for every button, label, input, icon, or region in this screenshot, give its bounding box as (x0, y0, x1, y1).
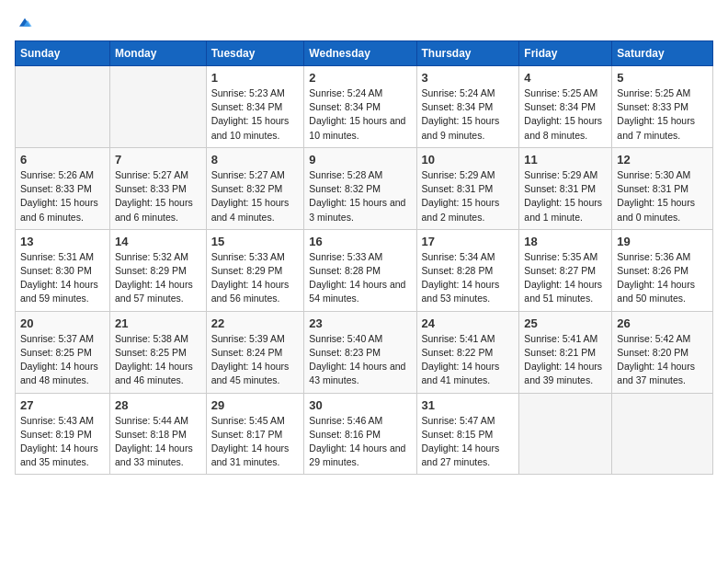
day-info: Sunrise: 5:29 AM Sunset: 8:31 PM Dayligh… (422, 168, 515, 224)
day-info: Sunrise: 5:32 AM Sunset: 8:29 PM Dayligh… (115, 250, 201, 306)
day-info: Sunrise: 5:26 AM Sunset: 8:33 PM Dayligh… (20, 168, 105, 224)
day-number: 13 (20, 235, 105, 248)
day-number: 7 (115, 153, 201, 167)
day-number: 8 (211, 153, 300, 167)
day-number: 24 (422, 316, 515, 330)
page-header (15, 15, 713, 31)
calendar-cell: 16Sunrise: 5:33 AM Sunset: 8:28 PM Dayli… (304, 229, 416, 311)
calendar-cell: 12Sunrise: 5:30 AM Sunset: 8:31 PM Dayli… (612, 147, 713, 229)
calendar-cell (612, 393, 713, 475)
calendar-cell: 9Sunrise: 5:28 AM Sunset: 8:32 PM Daylig… (304, 147, 416, 229)
day-number: 26 (617, 316, 708, 330)
day-info: Sunrise: 5:37 AM Sunset: 8:25 PM Dayligh… (20, 332, 105, 388)
day-info: Sunrise: 5:42 AM Sunset: 8:20 PM Dayligh… (617, 332, 708, 388)
calendar-cell (110, 66, 207, 148)
calendar-cell (16, 66, 110, 148)
day-number: 12 (617, 153, 708, 167)
calendar-cell: 31Sunrise: 5:47 AM Sunset: 8:15 PM Dayli… (416, 393, 519, 475)
day-info: Sunrise: 5:44 AM Sunset: 8:18 PM Dayligh… (115, 414, 201, 470)
calendar-cell: 18Sunrise: 5:35 AM Sunset: 8:27 PM Dayli… (519, 229, 612, 311)
day-info: Sunrise: 5:27 AM Sunset: 8:33 PM Dayligh… (115, 168, 201, 224)
day-number: 22 (211, 316, 300, 330)
week-row-3: 13Sunrise: 5:31 AM Sunset: 8:30 PM Dayli… (16, 229, 713, 311)
calendar-cell: 4Sunrise: 5:25 AM Sunset: 8:34 PM Daylig… (519, 66, 612, 148)
calendar-cell: 24Sunrise: 5:41 AM Sunset: 8:22 PM Dayli… (416, 311, 519, 393)
day-info: Sunrise: 5:38 AM Sunset: 8:25 PM Dayligh… (115, 332, 201, 388)
day-number: 2 (309, 71, 411, 85)
day-header-monday: Monday (110, 41, 207, 66)
calendar-cell: 11Sunrise: 5:29 AM Sunset: 8:31 PM Dayli… (519, 147, 612, 229)
day-info: Sunrise: 5:40 AM Sunset: 8:23 PM Dayligh… (309, 332, 411, 388)
day-number: 18 (524, 235, 607, 248)
day-info: Sunrise: 5:29 AM Sunset: 8:31 PM Dayligh… (524, 168, 607, 224)
day-info: Sunrise: 5:27 AM Sunset: 8:32 PM Dayligh… (211, 168, 300, 224)
day-info: Sunrise: 5:25 AM Sunset: 8:33 PM Dayligh… (617, 86, 708, 143)
calendar-cell: 20Sunrise: 5:37 AM Sunset: 8:25 PM Dayli… (16, 311, 110, 393)
calendar-cell: 2Sunrise: 5:24 AM Sunset: 8:34 PM Daylig… (304, 66, 416, 148)
calendar-cell: 26Sunrise: 5:42 AM Sunset: 8:20 PM Dayli… (612, 311, 713, 393)
day-number: 30 (309, 398, 411, 412)
day-header-wednesday: Wednesday (304, 41, 416, 66)
day-number: 1 (211, 71, 300, 85)
day-number: 19 (617, 235, 708, 248)
day-header-friday: Friday (519, 41, 612, 66)
day-info: Sunrise: 5:47 AM Sunset: 8:15 PM Dayligh… (422, 414, 515, 470)
calendar-cell: 3Sunrise: 5:24 AM Sunset: 8:34 PM Daylig… (416, 66, 519, 148)
calendar-cell: 28Sunrise: 5:44 AM Sunset: 8:18 PM Dayli… (110, 393, 207, 475)
day-header-saturday: Saturday (612, 41, 713, 66)
day-number: 14 (115, 235, 201, 248)
calendar-cell: 14Sunrise: 5:32 AM Sunset: 8:29 PM Dayli… (110, 229, 207, 311)
calendar-cell: 10Sunrise: 5:29 AM Sunset: 8:31 PM Dayli… (416, 147, 519, 229)
day-info: Sunrise: 5:28 AM Sunset: 8:32 PM Dayligh… (309, 168, 411, 224)
day-number: 11 (524, 153, 607, 167)
day-info: Sunrise: 5:24 AM Sunset: 8:34 PM Dayligh… (309, 86, 411, 143)
day-number: 5 (617, 71, 708, 85)
calendar-cell: 22Sunrise: 5:39 AM Sunset: 8:24 PM Dayli… (206, 311, 304, 393)
day-number: 28 (115, 398, 201, 412)
day-number: 29 (211, 398, 300, 412)
day-header-sunday: Sunday (16, 41, 110, 66)
calendar-cell: 17Sunrise: 5:34 AM Sunset: 8:28 PM Dayli… (416, 229, 519, 311)
day-number: 15 (211, 235, 300, 248)
day-number: 10 (422, 153, 515, 167)
day-info: Sunrise: 5:24 AM Sunset: 8:34 PM Dayligh… (422, 86, 515, 143)
day-number: 3 (422, 71, 515, 85)
day-number: 4 (524, 71, 607, 85)
week-row-2: 6Sunrise: 5:26 AM Sunset: 8:33 PM Daylig… (16, 147, 713, 229)
calendar-body: 1Sunrise: 5:23 AM Sunset: 8:34 PM Daylig… (16, 66, 713, 475)
day-info: Sunrise: 5:33 AM Sunset: 8:28 PM Dayligh… (309, 250, 411, 306)
day-info: Sunrise: 5:30 AM Sunset: 8:31 PM Dayligh… (617, 168, 708, 224)
header-row: SundayMondayTuesdayWednesdayThursdayFrid… (16, 41, 713, 66)
day-info: Sunrise: 5:39 AM Sunset: 8:24 PM Dayligh… (211, 332, 300, 388)
calendar-cell: 21Sunrise: 5:38 AM Sunset: 8:25 PM Dayli… (110, 311, 207, 393)
calendar-cell: 7Sunrise: 5:27 AM Sunset: 8:33 PM Daylig… (110, 147, 207, 229)
day-number: 9 (309, 153, 411, 167)
day-header-thursday: Thursday (416, 41, 519, 66)
day-number: 23 (309, 316, 411, 330)
day-header-tuesday: Tuesday (206, 41, 304, 66)
calendar-cell: 30Sunrise: 5:46 AM Sunset: 8:16 PM Dayli… (304, 393, 416, 475)
logo-icon (17, 15, 33, 31)
calendar-cell: 19Sunrise: 5:36 AM Sunset: 8:26 PM Dayli… (612, 229, 713, 311)
calendar-cell: 25Sunrise: 5:41 AM Sunset: 8:21 PM Dayli… (519, 311, 612, 393)
week-row-1: 1Sunrise: 5:23 AM Sunset: 8:34 PM Daylig… (16, 66, 713, 148)
day-number: 16 (309, 235, 411, 248)
day-info: Sunrise: 5:36 AM Sunset: 8:26 PM Dayligh… (617, 250, 708, 306)
day-number: 21 (115, 316, 201, 330)
calendar-cell: 1Sunrise: 5:23 AM Sunset: 8:34 PM Daylig… (206, 66, 304, 148)
calendar-cell: 6Sunrise: 5:26 AM Sunset: 8:33 PM Daylig… (16, 147, 110, 229)
calendar-cell: 27Sunrise: 5:43 AM Sunset: 8:19 PM Dayli… (16, 393, 110, 475)
day-info: Sunrise: 5:34 AM Sunset: 8:28 PM Dayligh… (422, 250, 515, 306)
day-number: 27 (20, 398, 105, 412)
day-info: Sunrise: 5:45 AM Sunset: 8:17 PM Dayligh… (211, 414, 300, 470)
day-number: 25 (524, 316, 607, 330)
calendar-cell: 8Sunrise: 5:27 AM Sunset: 8:32 PM Daylig… (206, 147, 304, 229)
week-row-5: 27Sunrise: 5:43 AM Sunset: 8:19 PM Dayli… (16, 393, 713, 475)
day-info: Sunrise: 5:25 AM Sunset: 8:34 PM Dayligh… (524, 86, 607, 143)
day-info: Sunrise: 5:31 AM Sunset: 8:30 PM Dayligh… (20, 250, 105, 306)
calendar-header: SundayMondayTuesdayWednesdayThursdayFrid… (16, 41, 713, 66)
calendar-cell: 5Sunrise: 5:25 AM Sunset: 8:33 PM Daylig… (612, 66, 713, 148)
logo (15, 15, 33, 31)
calendar-cell: 13Sunrise: 5:31 AM Sunset: 8:30 PM Dayli… (16, 229, 110, 311)
week-row-4: 20Sunrise: 5:37 AM Sunset: 8:25 PM Dayli… (16, 311, 713, 393)
